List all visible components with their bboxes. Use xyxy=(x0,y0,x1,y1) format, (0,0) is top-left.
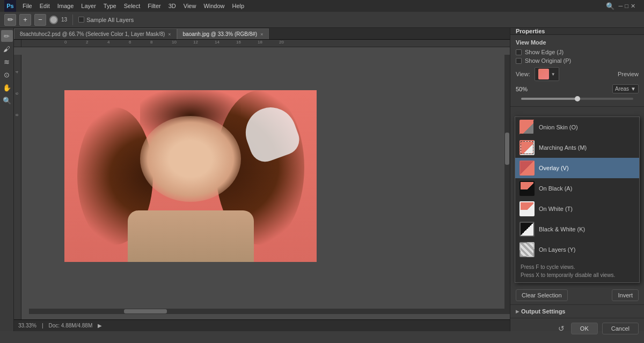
clear-selection-button[interactable]: Clear Selection xyxy=(516,289,568,301)
on-white-label: On White (T) xyxy=(539,206,573,212)
on-layers-label: On Layers (Y) xyxy=(539,246,575,253)
clear-invert-row: Clear Selection Invert xyxy=(510,286,644,304)
sample-all-layers-checkbox[interactable]: Sample All Layers xyxy=(78,17,134,23)
show-edge-row[interactable]: Show Edge (J) xyxy=(516,49,639,55)
output-settings-header[interactable]: ▶ Output Settings xyxy=(510,304,644,318)
menu-window[interactable]: Window xyxy=(200,2,228,10)
menu-image[interactable]: Image xyxy=(54,2,77,10)
menu-file[interactable]: File xyxy=(19,2,35,10)
view-mode-section: View Mode Show Edge (J) Show Original (P… xyxy=(510,35,644,107)
status-bar: 33.33% | Doc: 4.88M/4.88M ▶ xyxy=(14,319,510,331)
brush-tool-icon[interactable]: ✏ xyxy=(4,14,16,26)
app-logo: Ps xyxy=(4,0,16,12)
panel-title: Properties xyxy=(510,28,644,35)
window-minimize-icon[interactable]: ─ xyxy=(619,3,623,9)
dropdown-item-marching-ants[interactable]: Marching Ants (M) xyxy=(515,137,639,158)
horizontal-scrollbar-thumb[interactable] xyxy=(124,309,167,313)
tab-jpg-label: baoanh.jpg @ 33.3% (RGB/8#) xyxy=(183,31,258,37)
view-dropdown[interactable]: ▼ xyxy=(535,67,559,81)
menu-view[interactable]: View xyxy=(180,2,200,10)
paint-brush-tool[interactable]: 🖌 xyxy=(1,43,13,55)
vertical-scrollbar[interactable] xyxy=(504,55,510,314)
horizontal-scrollbar[interactable] xyxy=(29,309,504,314)
show-edge-checkbox[interactable] xyxy=(516,49,522,55)
hint-line2: Press X to temporarily disable all views… xyxy=(521,271,634,279)
tab-psd-close[interactable]: × xyxy=(168,32,171,37)
cancel-button[interactable]: Cancel xyxy=(602,323,639,334)
show-original-row[interactable]: Show Original (P) xyxy=(516,57,639,64)
preview-slider[interactable] xyxy=(521,98,633,100)
dropdown-item-onion-skin[interactable]: Onion Skin (O) xyxy=(515,117,639,137)
zoom-out-button[interactable]: − xyxy=(34,14,46,26)
tabs-bar: 8sachtuhoc2.psd @ 66.7% (Selective Color… xyxy=(14,28,510,40)
brush-tool[interactable]: ✏ xyxy=(1,30,13,42)
hand-tool[interactable]: ✋ xyxy=(1,82,13,93)
menu-edit[interactable]: Edit xyxy=(36,2,53,10)
canvas-image xyxy=(64,90,317,262)
show-original-checkbox[interactable] xyxy=(516,58,522,64)
magic-wand-tool[interactable]: ≋ xyxy=(1,56,13,68)
dropdown-item-on-layers[interactable]: On Layers (Y) xyxy=(515,239,639,260)
search-icon[interactable]: 🔍 xyxy=(606,2,614,10)
hint-line1: Press F to cycle views. xyxy=(521,263,634,271)
tab-jpg-close[interactable]: × xyxy=(260,32,263,37)
menu-type[interactable]: Type xyxy=(100,2,120,10)
brush-size-value: 13 xyxy=(61,17,67,23)
tab-psd-label: 8sachtuhoc2.psd @ 66.7% (Selective Color… xyxy=(20,31,165,37)
ruler-tick: 8 xyxy=(150,40,152,45)
window-close-icon[interactable]: ✕ xyxy=(631,3,635,10)
dropdown-item-on-white[interactable]: On White (T) xyxy=(515,199,639,219)
dropdown-item-overlay[interactable]: Overlay (V) xyxy=(515,158,639,178)
preview-slider-thumb[interactable] xyxy=(575,96,580,101)
view-thumb xyxy=(538,69,549,79)
dropdown-item-on-black[interactable]: On Black (A) xyxy=(515,178,639,199)
brush-size-circle xyxy=(49,16,58,24)
chevron-down-icon: ▼ xyxy=(551,72,555,77)
preview-value: 50% xyxy=(516,86,528,92)
menu-3d[interactable]: 3D xyxy=(165,2,179,10)
menu-filter[interactable]: Filter xyxy=(144,2,164,10)
sample-all-layers-check[interactable] xyxy=(78,17,84,23)
menu-bar: Ps File Edit Image Layer Type Select Fil… xyxy=(0,0,644,12)
undo-button[interactable]: ↺ xyxy=(556,323,567,334)
ruler-tick: 14 xyxy=(215,40,219,45)
canvas-area: 8sachtuhoc2.psd @ 66.7% (Selective Color… xyxy=(14,28,510,331)
marching-ants-thumb xyxy=(519,140,535,155)
on-black-label: On Black (A) xyxy=(539,185,572,192)
ruler-tick: 10 xyxy=(172,40,177,45)
tool-panel: ✏ 🖌 ≋ ⊙ ✋ 🔍 xyxy=(0,28,14,331)
preview-slider-row xyxy=(516,96,639,102)
view-dropdown-popup: Onion Skin (O) Marching Ants (M) Overlay… xyxy=(515,116,640,283)
zoom-in-button[interactable]: + xyxy=(19,14,31,26)
main-area: ✏ 🖌 ≋ ⊙ ✋ 🔍 8sachtuhoc2.psd @ 66.7% (Sel… xyxy=(0,28,644,331)
properties-panel: Properties View Mode Show Edge (J) Show … xyxy=(510,28,644,331)
zoom-tool[interactable]: 🔍 xyxy=(1,94,13,106)
vertical-scrollbar-thumb[interactable] xyxy=(505,133,509,165)
canvas-image-inner xyxy=(64,90,317,262)
areas-dropdown[interactable]: Areas ▼ xyxy=(612,84,639,93)
view-label: View: xyxy=(516,71,530,77)
tab-psd[interactable]: 8sachtuhoc2.psd @ 66.7% (Selective Color… xyxy=(14,28,177,39)
status-arrow[interactable]: ▶ xyxy=(98,323,102,329)
areas-chevron-icon: ▼ xyxy=(631,86,636,92)
ruler-v-tick: 8 xyxy=(14,114,19,116)
sample-all-layers-label: Sample All Layers xyxy=(86,17,134,23)
menu-help[interactable]: Help xyxy=(229,2,248,10)
output-settings-label: Output Settings xyxy=(521,308,566,315)
invert-button[interactable]: Invert xyxy=(612,289,639,301)
ruler-tick: 18 xyxy=(258,40,262,45)
bottom-buttons: ↺ OK Cancel xyxy=(510,318,644,339)
ruler-vertical: 4 6 8 xyxy=(14,55,21,319)
menu-select[interactable]: Select xyxy=(121,2,144,10)
tab-jpg[interactable]: baoanh.jpg @ 33.3% (RGB/8#) × xyxy=(177,28,269,39)
status-divider: | xyxy=(42,323,43,329)
lasso-tool[interactable]: ⊙ xyxy=(1,69,13,81)
dropdown-item-black-white[interactable]: Black & White (K) xyxy=(515,219,639,239)
onion-skin-label: Onion Skin (O) xyxy=(539,124,578,130)
ok-button[interactable]: OK xyxy=(571,323,598,334)
ruler-v-tick: 6 xyxy=(14,92,19,94)
ruler-tick: 2 xyxy=(86,40,88,45)
window-restore-icon[interactable]: □ xyxy=(625,3,628,9)
hint-area: Press F to cycle views. Press X to tempo… xyxy=(515,260,639,282)
menu-layer[interactable]: Layer xyxy=(78,2,99,10)
